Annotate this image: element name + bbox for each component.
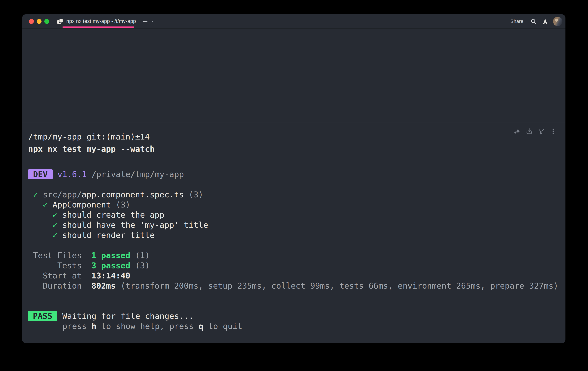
command-block: /tmp/my-app git:(main)±14 npx nx test my… <box>22 122 566 343</box>
test-tree: ✓ src/app/app.component.spec.ts (3) ✓ Ap… <box>28 189 566 240</box>
sparkles-icon <box>514 127 521 135</box>
watch-help-line: press h to show help, press q to quit <box>28 321 566 331</box>
download-output-button[interactable] <box>525 127 533 135</box>
test-case-row: ✓ should have the 'my-app' title <box>28 220 566 230</box>
zoom-button[interactable] <box>44 19 49 24</box>
filter-output-button[interactable] <box>537 127 545 135</box>
dev-path: /private/tmp/my-app <box>87 170 184 179</box>
check-icon: ✓ <box>52 210 62 219</box>
check-icon: ✓ <box>43 200 52 209</box>
command-line: npx nx test my-app --watch <box>28 144 566 154</box>
share-button[interactable]: Share <box>510 18 523 24</box>
tab-list-button[interactable] <box>150 19 155 24</box>
active-tab-indicator <box>62 26 134 28</box>
more-options-button[interactable] <box>549 127 557 135</box>
dev-badge: DEV <box>28 169 52 179</box>
test-summary: Test Files 1 passed (1) Tests 3 passed (… <box>28 250 566 291</box>
key-h: h <box>92 321 96 331</box>
dev-version-path: v1.6.1 /private/tmp/my-app <box>57 169 184 179</box>
tab-title: npx nx test my-app - /t/my-app <box>66 18 136 24</box>
dev-version: v1.6.1 <box>57 170 87 179</box>
summary-tests: Tests 3 passed (3) <box>28 260 566 270</box>
tab-npx-test[interactable]: npx nx test my-app - /t/my-app <box>66 18 136 24</box>
warp-logo-button[interactable] <box>541 18 549 25</box>
test-suite-row: ✓ AppComponent (3) <box>28 200 566 210</box>
summary-duration: Duration 802ms (transform 200ms, setup 2… <box>28 281 566 291</box>
search-button[interactable] <box>530 18 537 25</box>
avatar[interactable] <box>553 17 562 26</box>
test-case-row: ✓ should render title <box>28 230 566 240</box>
terminal-scrollback <box>22 29 566 122</box>
check-icon: ✓ <box>33 190 43 199</box>
summary-test-files: Test Files 1 passed (1) <box>28 250 566 260</box>
test-file-row: ✓ src/app/app.component.spec.ts (3) <box>28 189 566 200</box>
vite-dev-line: DEV v1.6.1 /private/tmp/my-app <box>28 169 566 179</box>
prompt-line: /tmp/my-app git:(main)±14 <box>28 132 566 142</box>
block-actions <box>513 127 557 135</box>
minimize-button[interactable] <box>37 19 42 24</box>
download-icon <box>525 127 533 135</box>
pages-icon <box>56 17 64 26</box>
titlebar: npx nx test my-app - /t/my-app Share <box>22 14 566 29</box>
chevron-down-icon <box>150 19 155 24</box>
kebab-menu-icon <box>549 127 557 135</box>
waiting-message: Waiting for file changes... <box>62 311 194 321</box>
pass-badge: PASS <box>28 311 57 321</box>
check-icon: ✓ <box>52 230 62 240</box>
plus-icon <box>142 18 148 25</box>
new-tab-button[interactable] <box>141 18 149 25</box>
filter-icon <box>537 127 545 135</box>
warp-logo-icon <box>542 18 548 25</box>
close-button[interactable] <box>29 19 34 24</box>
key-q: q <box>199 321 203 331</box>
ai-explain-button[interactable] <box>513 127 521 135</box>
terminal-window: npx nx test my-app - /t/my-app Share <box>22 14 566 343</box>
search-icon <box>530 18 537 25</box>
watch-status-line: PASS Waiting for file changes... <box>28 311 566 321</box>
check-icon: ✓ <box>52 220 62 230</box>
test-case-row: ✓ should create the app <box>28 210 566 220</box>
summary-start-at: Start at 13:14:40 <box>28 270 566 281</box>
traffic-lights <box>29 19 49 24</box>
